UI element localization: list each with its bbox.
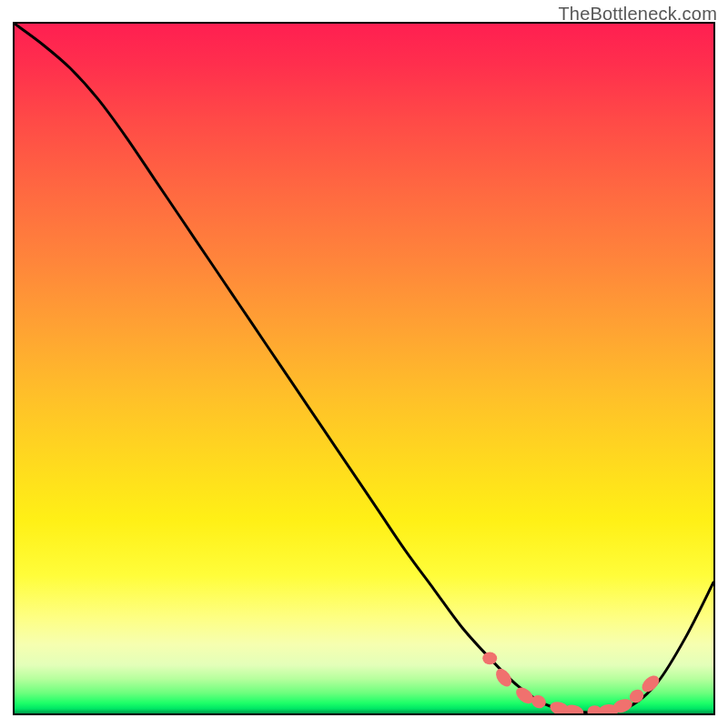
sweet-spot-marker xyxy=(482,652,497,664)
chart-stage: TheBottleneck.com xyxy=(0,0,728,728)
sweet-spot-marker xyxy=(562,703,584,713)
sweet-spot-marker xyxy=(493,666,515,690)
bottleneck-curve xyxy=(15,24,713,713)
curve-layer xyxy=(15,24,713,713)
plot-area xyxy=(13,22,715,715)
